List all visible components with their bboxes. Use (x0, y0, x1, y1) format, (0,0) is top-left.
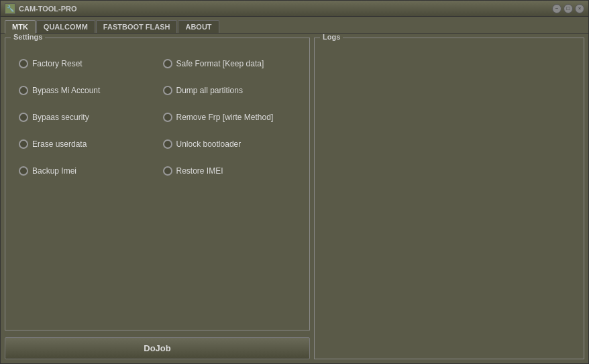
minimize-button[interactable]: − (552, 4, 561, 13)
app-icon: 🔧 (5, 3, 15, 14)
radio-grid: Factory Reset Safe Format [Keep data] By… (13, 50, 301, 184)
tab-fastboot[interactable]: FASTBOOT FLASH (96, 20, 178, 33)
radio-circle-remove-frp (163, 113, 172, 122)
radio-label-restore-imei: Restore IMEI (176, 166, 223, 176)
radio-circle-unlock-bootloader (163, 139, 172, 149)
title-bar: 🔧 CAM-TOOL-PRO − □ × (1, 1, 588, 17)
radio-label-remove-frp: Remove Frp [wirte Method] (176, 113, 274, 122)
radio-label-bypass-security: Bypaas security (32, 113, 89, 122)
settings-group: Settings Factory Reset Safe Format [Keep… (5, 38, 310, 330)
radio-remove-frp[interactable]: Remove Frp [wirte Method] (158, 104, 302, 131)
radio-bypass-mi[interactable]: Bypass Mi Account (13, 77, 158, 104)
radio-label-factory-reset: Factory Reset (32, 59, 83, 68)
tabs-bar: MTK QUALCOMM FASTBOOT FLASH ABOUT (1, 17, 588, 34)
main-window: 🔧 CAM-TOOL-PRO − □ × MTK QUALCOMM FASTBO… (0, 0, 589, 364)
radio-circle-safe-format (163, 59, 172, 68)
logs-panel: Logs (314, 38, 584, 359)
radio-label-dump-partitions: Dump all partitions (176, 86, 243, 95)
radio-circle-factory-reset (19, 59, 28, 68)
logs-legend: Logs (320, 34, 343, 41)
radio-erase-userdata[interactable]: Erase userdata (13, 131, 158, 158)
radio-label-safe-format: Safe Format [Keep data] (176, 59, 264, 68)
tab-qualcomm[interactable]: QUALCOMM (36, 20, 95, 33)
radio-backup-imei[interactable]: Backup Imei (13, 158, 158, 184)
radio-unlock-bootloader[interactable]: Unlock bootloader (158, 131, 302, 158)
radio-label-backup-imei: Backup Imei (32, 166, 76, 176)
radio-circle-backup-imei (19, 166, 28, 176)
radio-label-unlock-bootloader: Unlock bootloader (176, 139, 242, 149)
tab-mtk[interactable]: MTK (5, 20, 36, 34)
radio-label-bypass-mi: Bypass Mi Account (32, 86, 100, 95)
settings-legend: Settings (11, 34, 45, 41)
radio-label-erase-userdata: Erase userdata (32, 139, 87, 149)
radio-circle-bypass-mi (19, 86, 28, 95)
radio-factory-reset[interactable]: Factory Reset (13, 50, 158, 77)
radio-restore-imei[interactable]: Restore IMEI (158, 158, 302, 184)
main-content: Settings Factory Reset Safe Format [Keep… (1, 34, 588, 363)
radio-dump-partitions[interactable]: Dump all partitions (158, 77, 302, 104)
close-button[interactable]: × (575, 4, 584, 13)
title-bar-left: 🔧 CAM-TOOL-PRO (5, 3, 77, 14)
window-controls: − □ × (552, 4, 584, 13)
maximize-button[interactable]: □ (564, 4, 573, 13)
radio-circle-bypass-security (19, 113, 28, 122)
logs-content (315, 38, 584, 359)
radio-bypass-security[interactable]: Bypaas security (13, 104, 158, 131)
radio-safe-format[interactable]: Safe Format [Keep data] (158, 50, 302, 77)
radio-circle-restore-imei (163, 166, 172, 176)
settings-panel: Settings Factory Reset Safe Format [Keep… (5, 38, 310, 359)
tab-about[interactable]: ABOUT (178, 20, 219, 33)
app-title: CAM-TOOL-PRO (19, 5, 77, 13)
radio-circle-erase-userdata (19, 139, 28, 149)
dojob-button[interactable]: DoJob (5, 337, 310, 359)
radio-circle-dump-partitions (163, 86, 172, 95)
